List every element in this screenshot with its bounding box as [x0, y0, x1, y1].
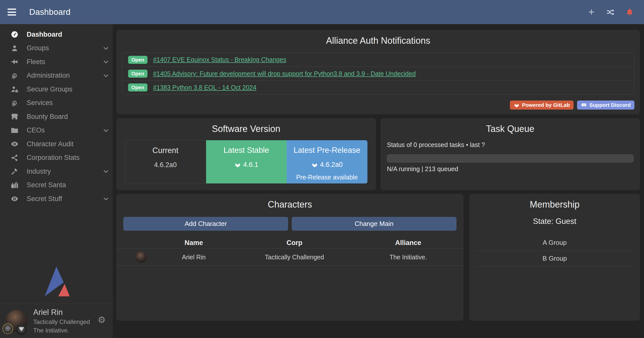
- chevron-down-icon: [103, 45, 109, 52]
- settings-gear-icon[interactable]: ⚙: [98, 315, 106, 324]
- main-content: Alliance Auth Notifications Open #1407 E…: [113, 24, 644, 338]
- user-name: Ariel Rin: [33, 308, 90, 317]
- task-queue-title: Task Queue: [381, 118, 640, 134]
- user-icon: [9, 44, 21, 52]
- characters-table-header: Name Corp Alliance: [116, 237, 464, 248]
- sidebar-item-ceos[interactable]: CEOs: [0, 124, 113, 137]
- user-avatar: [6, 310, 28, 332]
- sidebar-item-services[interactable]: ⚙⚙ Services: [0, 96, 113, 110]
- plus-icon[interactable]: [587, 8, 596, 16]
- chevron-down-icon: [103, 59, 109, 65]
- gears-icon: ⚙⚙: [9, 72, 21, 79]
- gitlab-icon: [514, 102, 520, 108]
- jet-icon: [9, 58, 21, 66]
- software-version-panel: Software Version Current 4.6.2a0 Latest …: [116, 118, 376, 190]
- alliance-logo: [16, 324, 27, 335]
- sidebar-menu: Dashboard Groups Fleets ⚙⚙ Administratio…: [0, 24, 113, 206]
- membership-panel: Membership State: Guest A Group B Group: [469, 194, 640, 321]
- user-alliance: The Initiative.: [33, 327, 90, 334]
- add-character-button[interactable]: Add Character: [123, 217, 288, 231]
- notification-link[interactable]: #1407 EVE Equinox Status - Breaking Chan…: [153, 56, 286, 63]
- sidebar-item-secret-santa[interactable]: Secret Santa: [0, 178, 113, 192]
- column-corp: Corp: [229, 239, 360, 247]
- membership-groups: A Group B Group: [476, 235, 633, 267]
- notification-row: Open #1407 EVE Equinox Status - Breaking…: [122, 53, 634, 67]
- gifts-icon: [9, 181, 21, 189]
- sidebar-user-panel: Ariel Rin Tactically Challenged The Init…: [0, 304, 113, 338]
- alliance-auth-logo: [41, 265, 72, 298]
- bell-icon[interactable]: [625, 8, 634, 16]
- chevron-down-icon: [103, 168, 109, 175]
- characters-title: Characters: [116, 194, 464, 210]
- chevron-down-icon: [103, 196, 109, 202]
- user-corp: Tactically Challenged: [33, 318, 90, 325]
- hammer-icon: [9, 167, 21, 175]
- characters-panel: Characters Add Character Change Main Nam…: [116, 194, 464, 321]
- notification-link[interactable]: #1383 Python 3.8 EOL - 14 Oct 2024: [153, 84, 256, 91]
- user-lock-icon: [9, 85, 21, 93]
- sidebar-item-secure-groups[interactable]: Secure Groups: [0, 82, 113, 96]
- notifications-panel: Alliance Auth Notifications Open #1407 E…: [116, 30, 640, 114]
- software-version-title: Software Version: [116, 118, 376, 134]
- gears-icon: ⚙⚙: [9, 100, 21, 106]
- change-main-button[interactable]: Change Main: [292, 217, 457, 231]
- notifications-list: Open #1407 EVE Equinox Status - Breaking…: [122, 53, 634, 94]
- character-alliance: The Initiative.: [360, 254, 457, 261]
- character-avatar: [135, 251, 147, 263]
- powered-by-gitlab-badge[interactable]: Powered by GitLab: [510, 101, 574, 110]
- notifications-title: Alliance Auth Notifications: [116, 30, 640, 46]
- membership-state: State: Guest: [469, 217, 640, 226]
- membership-title: Membership: [469, 194, 640, 210]
- status-badge: Open: [128, 83, 147, 91]
- status-badge: Open: [128, 70, 147, 78]
- character-corp: Tactically Challenged: [229, 254, 360, 261]
- shuffle-icon[interactable]: [606, 8, 615, 16]
- share-icon: [9, 154, 21, 162]
- gitlab-icon: [234, 161, 241, 168]
- sidebar-item-administration[interactable]: ⚙⚙ Administration: [0, 69, 113, 83]
- task-queue-counts: N/A running | 213 queued: [387, 165, 634, 173]
- task-queue-panel: Task Queue Status of 0 processed tasks •…: [381, 118, 640, 190]
- gitlab-icon: [311, 161, 318, 168]
- sidebar-item-industry[interactable]: Industry: [0, 165, 113, 178]
- version-current-box: Current 4.6.2a0: [125, 140, 206, 183]
- task-queue-status: Status of 0 processed tasks • last ?: [387, 141, 634, 149]
- corp-logo: [3, 323, 13, 334]
- version-stable-box: Latest Stable 4.6.1: [206, 140, 287, 183]
- group-row: B Group: [476, 251, 633, 267]
- sidebar-item-bounty-board[interactable]: Bounty Board: [0, 110, 113, 124]
- support-discord-badge[interactable]: Support Discord: [577, 101, 634, 110]
- sidebar: Dashboard Groups Fleets ⚙⚙ Administratio…: [0, 24, 113, 338]
- character-table-row: Ariel Rin Tactically Challenged The Init…: [116, 248, 464, 266]
- task-queue-progressbar: [387, 155, 634, 162]
- discord-icon: [581, 102, 587, 108]
- store-icon: [9, 113, 21, 121]
- sidebar-item-secret-stuff[interactable]: Secret Stuff: [0, 192, 113, 206]
- chevron-down-icon: [103, 127, 109, 134]
- sidebar-item-dashboard[interactable]: Dashboard: [0, 28, 113, 41]
- sidebar-item-label: Dashboard: [27, 31, 62, 38]
- chevron-down-icon: [103, 72, 109, 79]
- group-row: A Group: [476, 235, 633, 251]
- version-prerelease-box: Latest Pre-Release 4.6.2a0 Pre-Release a…: [287, 140, 367, 183]
- sidebar-item-fleets[interactable]: Fleets: [0, 55, 113, 69]
- status-badge: Open: [128, 56, 147, 64]
- notification-link[interactable]: #1405 Advisory: Future development will …: [153, 70, 416, 77]
- folder-icon: [9, 126, 21, 134]
- eye-icon: [9, 140, 21, 148]
- page-title: Dashboard: [29, 7, 70, 17]
- sidebar-item-corporation-stats[interactable]: Corporation Stats: [0, 151, 113, 165]
- column-alliance: Alliance: [360, 239, 457, 247]
- column-name: Name: [159, 239, 229, 247]
- sidebar-item-groups[interactable]: Groups: [0, 41, 113, 55]
- gauge-icon: [9, 30, 21, 38]
- notification-row: Open #1383 Python 3.8 EOL - 14 Oct 2024: [122, 80, 634, 94]
- character-name: Ariel Rin: [159, 254, 229, 261]
- eye-icon: [9, 195, 21, 203]
- menu-icon[interactable]: [8, 9, 16, 16]
- notification-row: Open #1405 Advisory: Future development …: [122, 67, 634, 80]
- top-navbar: Dashboard: [0, 0, 644, 24]
- sidebar-item-character-audit[interactable]: Character Audit: [0, 137, 113, 151]
